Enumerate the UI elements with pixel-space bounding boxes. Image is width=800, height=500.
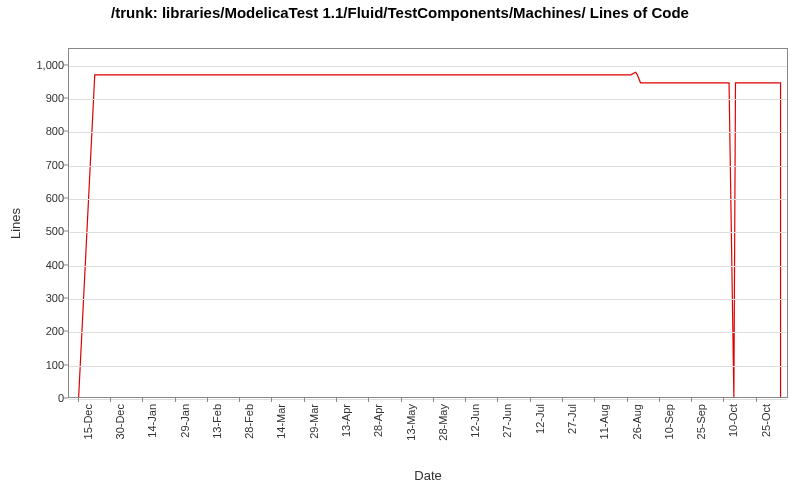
- x-tick-label: 13-Feb: [211, 404, 223, 439]
- gridline: [69, 132, 787, 133]
- chart-title: /trunk: libraries/ModelicaTest 1.1/Fluid…: [0, 4, 800, 23]
- x-tick-mark: [239, 398, 240, 402]
- x-tick-mark: [336, 398, 337, 402]
- x-tick-mark: [368, 398, 369, 402]
- x-tick-mark: [562, 398, 563, 402]
- y-tick-mark: [64, 331, 68, 332]
- x-tick-label: 27-Jul: [566, 404, 578, 434]
- gridline: [69, 299, 787, 300]
- y-tick-mark: [64, 64, 68, 65]
- x-tick-mark: [78, 398, 79, 402]
- gridline: [69, 99, 787, 100]
- x-tick-label: 12-Jul: [534, 404, 546, 434]
- y-tick-mark: [64, 398, 68, 399]
- x-tick-mark: [723, 398, 724, 402]
- x-tick-label: 12-Jun: [469, 404, 481, 438]
- y-tick-label: 600: [8, 192, 64, 204]
- y-tick-mark: [64, 298, 68, 299]
- x-tick-label: 13-May: [405, 404, 417, 441]
- x-tick-label: 28-Feb: [243, 404, 255, 439]
- gridline: [69, 399, 787, 400]
- x-tick-mark: [691, 398, 692, 402]
- x-tick-label: 28-May: [437, 404, 449, 441]
- y-tick-label: 0: [8, 392, 64, 404]
- x-tick-mark: [271, 398, 272, 402]
- y-tick-mark: [64, 164, 68, 165]
- x-tick-mark: [433, 398, 434, 402]
- y-tick-label: 300: [8, 292, 64, 304]
- y-tick-mark: [64, 264, 68, 265]
- x-axis-label: Date: [68, 468, 788, 483]
- x-tick-mark: [594, 398, 595, 402]
- x-tick-label: 29-Jan: [179, 404, 191, 438]
- y-tick-label: 1,000: [8, 59, 64, 71]
- gridline: [69, 332, 787, 333]
- y-tick-mark: [64, 231, 68, 232]
- y-tick-label: 500: [8, 225, 64, 237]
- gridline: [69, 366, 787, 367]
- y-tick-label: 900: [8, 92, 64, 104]
- x-tick-label: 13-Apr: [340, 404, 352, 437]
- x-tick-label: 25-Oct: [760, 404, 772, 437]
- y-tick-label: 700: [8, 159, 64, 171]
- x-tick-label: 29-Mar: [308, 404, 320, 439]
- y-tick-label: 100: [8, 359, 64, 371]
- x-tick-mark: [465, 398, 466, 402]
- gridline: [69, 232, 787, 233]
- x-tick-label: 15-Dec: [82, 404, 94, 439]
- y-tick-label: 400: [8, 259, 64, 271]
- x-tick-mark: [497, 398, 498, 402]
- y-tick-mark: [64, 131, 68, 132]
- x-tick-label: 14-Jan: [146, 404, 158, 438]
- x-tick-label: 27-Jun: [501, 404, 513, 438]
- x-tick-label: 30-Dec: [114, 404, 126, 439]
- gridline: [69, 199, 787, 200]
- y-tick-mark: [64, 364, 68, 365]
- x-tick-mark: [207, 398, 208, 402]
- x-tick-mark: [530, 398, 531, 402]
- x-tick-mark: [756, 398, 757, 402]
- x-tick-label: 11-Aug: [598, 404, 610, 439]
- x-tick-mark: [142, 398, 143, 402]
- x-tick-mark: [401, 398, 402, 402]
- x-tick-mark: [659, 398, 660, 402]
- gridline: [69, 166, 787, 167]
- gridline: [69, 266, 787, 267]
- x-tick-mark: [304, 398, 305, 402]
- x-tick-mark: [627, 398, 628, 402]
- x-tick-label: 26-Aug: [631, 404, 643, 439]
- y-tick-label: 800: [8, 125, 64, 137]
- y-tick-mark: [64, 98, 68, 99]
- x-tick-label: 10-Sep: [663, 404, 675, 439]
- plot-area: [68, 48, 788, 398]
- x-tick-label: 28-Apr: [372, 404, 384, 437]
- x-tick-mark: [110, 398, 111, 402]
- chart: /trunk: libraries/ModelicaTest 1.1/Fluid…: [0, 0, 800, 500]
- gridline: [69, 66, 787, 67]
- x-tick-mark: [175, 398, 176, 402]
- data-series: [69, 49, 787, 397]
- x-tick-label: 25-Sep: [695, 404, 707, 439]
- x-tick-label: 10-Oct: [727, 404, 739, 437]
- x-tick-label: 14-Mar: [275, 404, 287, 439]
- y-tick-label: 200: [8, 325, 64, 337]
- y-tick-mark: [64, 198, 68, 199]
